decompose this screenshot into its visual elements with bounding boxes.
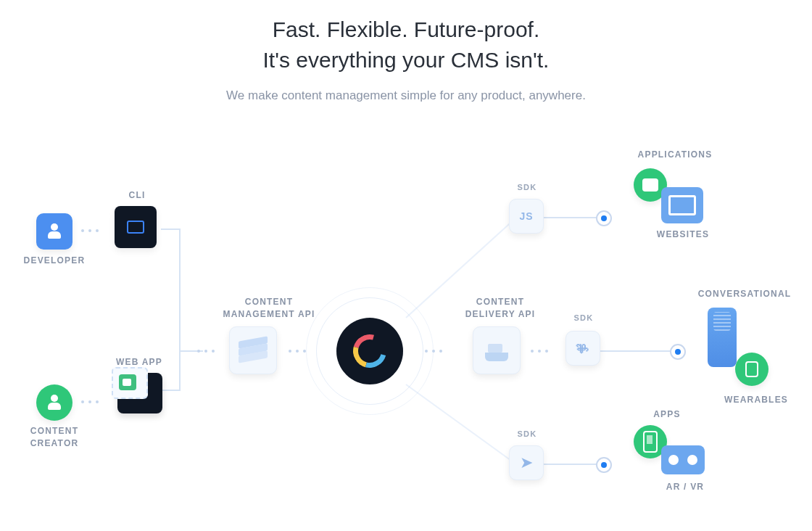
dots-dev-cli [81,229,99,232]
wearables-watch-icon [735,353,768,386]
sdk-bottom-icon: ➤ [509,445,544,480]
phone-icon [643,431,658,453]
developer-icon [36,213,72,250]
ship-icon [482,339,511,361]
websites-label: WEBSITES [647,229,719,239]
cli-icon [115,206,157,248]
content-creator-icon [36,384,72,421]
contentful-logo-icon [353,334,386,368]
websites-tile [661,187,703,223]
watch-icon [742,358,761,380]
headline: Fast. Flexible. Future-proof. It's every… [0,15,812,75]
dots-to-mgmt [197,350,215,353]
js-icon: JS [519,210,533,222]
speaker-icon [708,308,737,367]
endpoint-marker-bottom [596,457,612,473]
dots-hub-delivery [425,350,442,353]
endpoint-marker-mid [670,344,686,360]
endpoint-marker-top [596,210,612,226]
conversational-label: CONVERSATIONAL [690,289,799,299]
apps-label: APPS [645,409,689,419]
mgmt-api-label: CONTENT MANAGEMENT API [215,296,323,321]
applications-label: APPLICATIONS [628,149,722,160]
dots-mgmt-hub [289,350,306,353]
mgmt-api-icon [229,326,277,374]
vr-headset-icon [661,445,705,474]
sdk-label-mid: SDK [566,313,602,322]
sdk-top-icon: JS [509,199,544,234]
cli-label: CLI [119,190,155,200]
dots-delivery-sdk [531,350,548,353]
layers-icon [239,339,268,362]
developer-label: DEVELOPER [22,255,87,266]
headline-line-1: Fast. Flexible. Future-proof. [273,17,539,41]
arvr-label: AR / VR [652,482,718,492]
sdk-mid-icon: ⅌ [566,331,600,366]
headline-line-2: It's everything your CMS isn't. [263,48,550,72]
delivery-api-icon [473,326,521,374]
delivery-api-label: CONTENT DELIVERY API [457,296,544,321]
wearables-label: WEARABLES [716,395,796,405]
webapp-label: WEB APP [110,357,168,367]
laptop-icon [661,187,703,223]
diagram-stage: Fast. Flexible. Future-proof. It's every… [0,0,812,531]
chat-icon [642,178,658,192]
dots-creator-webapp [81,400,99,403]
arvr-tile [661,445,705,474]
swift-icon: ➤ [520,453,533,472]
sdk-label-top: SDK [509,183,545,192]
sdk-label-bottom: SDK [509,429,545,438]
subhead: We make content management simple for an… [0,88,812,103]
python-icon: ⅌ [576,340,590,357]
contentful-hub [326,308,413,395]
content-creator-label: CONTENT CREATOR [22,425,87,450]
